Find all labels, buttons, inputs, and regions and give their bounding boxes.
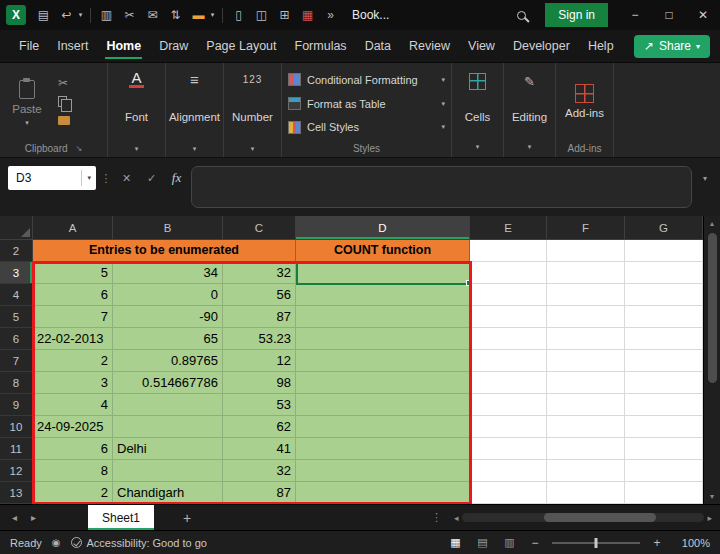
cell-c11[interactable]: 41 [223, 438, 296, 460]
cell-c5[interactable]: 87 [223, 306, 296, 328]
row-header-8[interactable]: 8 [0, 372, 33, 394]
zoom-slider[interactable] [552, 537, 640, 549]
cell-f10[interactable] [547, 416, 625, 438]
cell-f13[interactable] [547, 482, 625, 504]
cell-c3[interactable]: 32 [223, 262, 296, 284]
cell-d8[interactable] [296, 372, 470, 394]
cell-styles-button[interactable]: Cell Styles ▾ [288, 116, 445, 138]
cell-c4[interactable]: 56 [223, 284, 296, 306]
accessibility-status-button[interactable]: Accessibility: Good to go [71, 537, 207, 549]
save-icon[interactable]: ▤ [32, 3, 55, 27]
undo-chevron-icon[interactable]: ▾ [75, 3, 86, 27]
vertical-scroll-thumb[interactable] [708, 233, 717, 383]
insert-function-icon[interactable]: fx [166, 166, 187, 190]
cell-e13[interactable] [470, 482, 547, 504]
cell-f2[interactable] [547, 240, 625, 262]
close-button[interactable]: ✕ [686, 0, 720, 30]
column-header-b[interactable]: B [113, 216, 223, 240]
page-layout-view-icon[interactable]: ▤ [474, 536, 491, 549]
menu-file[interactable]: File [10, 30, 48, 62]
row-header-9[interactable]: 9 [0, 394, 33, 416]
row-header-7[interactable]: 7 [0, 350, 33, 372]
zoom-in-button[interactable]: + [650, 536, 664, 550]
maximize-button[interactable]: □ [652, 0, 686, 30]
column-header-d[interactable]: D [296, 216, 470, 240]
format-painter-icon[interactable] [58, 114, 70, 127]
sheet-tab-sheet1[interactable]: Sheet1 [88, 505, 154, 530]
row-header-12[interactable]: 12 [0, 460, 33, 482]
row-header-6[interactable]: 6 [0, 328, 33, 350]
row-header-3[interactable]: 3 [0, 262, 33, 284]
row-header-10[interactable]: 10 [0, 416, 33, 438]
excel-logo-icon[interactable]: X [6, 5, 26, 25]
cell-d2-count-header[interactable]: COUNT function [296, 240, 470, 262]
cell-f12[interactable] [547, 460, 625, 482]
scroll-down-icon[interactable]: ▾ [710, 489, 714, 504]
cell-g7[interactable] [625, 350, 703, 372]
cells-group-button[interactable]: Cells ▾ [452, 63, 504, 157]
cell-d4[interactable] [296, 284, 470, 306]
workbook-icon[interactable]: ▥ [95, 3, 118, 27]
cell-c6[interactable]: 53.23 [223, 328, 296, 350]
horizontal-scroll-thumb[interactable] [544, 513, 656, 522]
sheet-nav-right-icon[interactable]: ▸ [27, 512, 40, 523]
cell-e9[interactable] [470, 394, 547, 416]
cell-e8[interactable] [470, 372, 547, 394]
cell-c7[interactable]: 12 [223, 350, 296, 372]
cell-e3[interactable] [470, 262, 547, 284]
cell-b6[interactable]: 65 [113, 328, 223, 350]
cell-f4[interactable] [547, 284, 625, 306]
cell-c13[interactable]: 87 [223, 482, 296, 504]
row-header-2[interactable]: 2 [0, 240, 33, 262]
cell-c10[interactable]: 62 [223, 416, 296, 438]
cell-f6[interactable] [547, 328, 625, 350]
cell-g9[interactable] [625, 394, 703, 416]
row-header-4[interactable]: 4 [0, 284, 33, 306]
cell-d11[interactable] [296, 438, 470, 460]
column-header-e[interactable]: E [470, 216, 547, 240]
paste-button[interactable]: Paste ▾ [0, 76, 54, 127]
menu-draw[interactable]: Draw [150, 30, 197, 62]
cell-f11[interactable] [547, 438, 625, 460]
table-icon[interactable]: ⊞ [273, 3, 296, 27]
cell-a3[interactable]: 5 [33, 262, 113, 284]
name-box[interactable]: D3 ▾ [8, 166, 96, 190]
cell-e2[interactable] [470, 240, 547, 262]
alignment-group-button[interactable]: ≡ Alignment ▾ [166, 63, 224, 157]
cell-e7[interactable] [470, 350, 547, 372]
search-icon[interactable] [507, 3, 535, 27]
cell-f3[interactable] [547, 262, 625, 284]
cell-a8[interactable]: 3 [33, 372, 113, 394]
addins-button[interactable]: Add-ins [556, 63, 613, 140]
column-header-a[interactable]: A [33, 216, 113, 240]
cell-a6[interactable]: 22-02-2013 [33, 328, 113, 350]
cell-d6[interactable] [296, 328, 470, 350]
sort-icon[interactable]: ⇅ [164, 3, 187, 27]
cell-b5[interactable]: -90 [113, 306, 223, 328]
cell-g4[interactable] [625, 284, 703, 306]
horizontal-scrollbar[interactable]: ◂ ▸ [454, 513, 712, 523]
name-box-resize-handle[interactable]: ⋮ [100, 166, 112, 190]
cell-b8[interactable]: 0.514667786 [113, 372, 223, 394]
cell-d3[interactable] [296, 262, 470, 284]
cell-a11[interactable]: 6 [33, 438, 113, 460]
format-as-table-button[interactable]: Format as Table ▾ [288, 93, 445, 115]
formula-input[interactable] [191, 166, 692, 208]
menu-page-layout[interactable]: Page Layout [197, 30, 285, 62]
select-all-corner[interactable] [0, 216, 33, 240]
cell-d13[interactable] [296, 482, 470, 504]
sign-in-button[interactable]: Sign in [545, 3, 608, 27]
row-header-11[interactable]: 11 [0, 438, 33, 460]
cell-g13[interactable] [625, 482, 703, 504]
cell-b10[interactable] [113, 416, 223, 438]
cell-c8[interactable]: 98 [223, 372, 296, 394]
qat-more-icon[interactable]: » [319, 3, 342, 27]
cell-e12[interactable] [470, 460, 547, 482]
grid-icon[interactable]: ▦ [296, 3, 319, 27]
menu-insert[interactable]: Insert [48, 30, 97, 62]
cell-f9[interactable] [547, 394, 625, 416]
hscroll-left-icon[interactable]: ◂ [454, 513, 459, 523]
cut-small-icon[interactable]: ✂ [58, 76, 70, 89]
cell-a12[interactable]: 8 [33, 460, 113, 482]
cell-e5[interactable] [470, 306, 547, 328]
